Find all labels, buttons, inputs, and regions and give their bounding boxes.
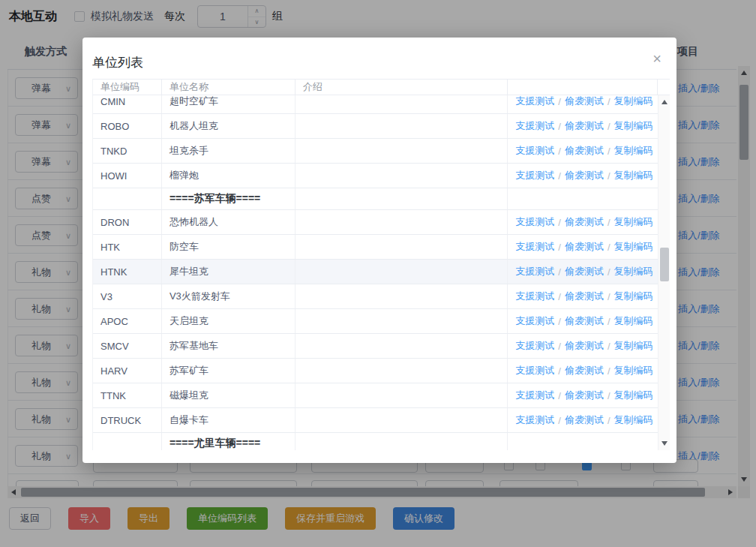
support-test-link[interactable]: 支援测试 xyxy=(515,215,554,229)
support-test-link[interactable]: 支援测试 xyxy=(515,339,554,353)
unit-name-cell: 超时空矿车 xyxy=(162,95,296,113)
sneak-attack-test-link[interactable]: 偷袭测试 xyxy=(565,144,604,158)
unit-code-cell: CMIN xyxy=(93,95,162,113)
action-separator: / xyxy=(558,316,561,327)
unit-intro-cell xyxy=(296,359,508,383)
support-test-link[interactable]: 支援测试 xyxy=(515,413,554,427)
unit-intro-cell xyxy=(296,188,508,209)
unit-row: APOC天启坦克支援测试/偷袭测试/复制编码 xyxy=(93,309,658,334)
copy-code-link[interactable]: 复制编码 xyxy=(614,144,653,158)
unit-row: DRON恐怖机器人支援测试/偷袭测试/复制编码 xyxy=(93,210,658,235)
copy-code-link[interactable]: 复制编码 xyxy=(614,119,653,133)
action-cell xyxy=(508,188,658,209)
sneak-attack-test-link[interactable]: 偷袭测试 xyxy=(565,339,604,353)
support-test-link[interactable]: 支援测试 xyxy=(515,389,554,402)
unit-intro-cell xyxy=(296,309,508,333)
unit-code-cell: HARV xyxy=(93,359,162,383)
action-separator: / xyxy=(608,291,610,302)
unit-row: TNKD坦克杀手支援测试/偷袭测试/复制编码 xyxy=(93,139,658,164)
table-scroll-thumb[interactable] xyxy=(660,248,669,281)
support-test-link[interactable]: 支援测试 xyxy=(515,169,554,182)
unit-code-cell: TTNK xyxy=(93,383,162,407)
copy-code-link[interactable]: 复制编码 xyxy=(614,265,653,278)
unit-row: TTNK磁爆坦克支援测试/偷袭测试/复制编码 xyxy=(93,383,658,408)
support-test-link[interactable]: 支援测试 xyxy=(515,144,554,158)
unit-row: V3V3火箭发射车支援测试/偷袭测试/复制编码 xyxy=(93,284,658,309)
header-scrollbar-gutter xyxy=(658,80,670,95)
sneak-attack-test-link[interactable]: 偷袭测试 xyxy=(565,290,604,303)
sneak-attack-test-link[interactable]: 偷袭测试 xyxy=(565,314,604,328)
unit-name-cell: 苏军基地车 xyxy=(162,334,296,358)
action-separator: / xyxy=(558,365,561,377)
unit-row: HOWI榴弹炮支援测试/偷袭测试/复制编码 xyxy=(93,164,658,188)
unit-code-cell: DTRUCK xyxy=(93,408,162,432)
copy-code-link[interactable]: 复制编码 xyxy=(614,169,653,182)
table-vertical-scrollbar[interactable] xyxy=(658,95,670,450)
unit-name-cell: V3火箭发射车 xyxy=(162,284,296,308)
action-separator: / xyxy=(558,242,561,253)
action-separator: / xyxy=(558,96,561,107)
unit-code-cell: APOC xyxy=(93,309,162,333)
unit-name-cell: 榴弹炮 xyxy=(162,164,296,188)
action-separator: / xyxy=(608,146,610,157)
unit-name-cell: 自爆卡车 xyxy=(162,408,296,432)
sneak-attack-test-link[interactable]: 偷袭测试 xyxy=(565,119,604,133)
action-separator: / xyxy=(608,217,610,228)
copy-code-link[interactable]: 复制编码 xyxy=(614,389,653,402)
sneak-attack-test-link[interactable]: 偷袭测试 xyxy=(565,240,604,254)
table-header-row: 单位编码 单位名称 介绍 xyxy=(92,79,670,95)
unit-code-cell xyxy=(93,188,162,209)
copy-code-link[interactable]: 复制编码 xyxy=(614,339,653,353)
support-test-link[interactable]: 支援测试 xyxy=(515,240,554,254)
copy-code-link[interactable]: 复制编码 xyxy=(614,413,653,427)
action-separator: / xyxy=(608,170,610,182)
action-cell: 支援测试/偷袭测试/复制编码 xyxy=(508,164,658,188)
unit-code-cell: V3 xyxy=(93,284,162,308)
unit-intro-cell xyxy=(296,383,508,407)
support-test-link[interactable]: 支援测试 xyxy=(515,95,554,108)
copy-code-link[interactable]: 复制编码 xyxy=(614,95,653,108)
copy-code-link[interactable]: 复制编码 xyxy=(614,364,653,377)
copy-code-link[interactable]: 复制编码 xyxy=(614,240,653,254)
sneak-attack-test-link[interactable]: 偷袭测试 xyxy=(565,169,604,182)
sneak-attack-test-link[interactable]: 偷袭测试 xyxy=(565,95,604,108)
sneak-attack-test-link[interactable]: 偷袭测试 xyxy=(565,265,604,278)
action-cell: 支援测试/偷袭测试/复制编码 xyxy=(508,139,658,163)
action-separator: / xyxy=(558,217,561,228)
unit-code-cell: DRON xyxy=(93,210,162,234)
unit-name-cell: 机器人坦克 xyxy=(162,114,296,138)
sneak-attack-test-link[interactable]: 偷袭测试 xyxy=(565,413,604,427)
action-separator: / xyxy=(558,291,561,302)
action-separator: / xyxy=(608,341,610,352)
support-test-link[interactable]: 支援测试 xyxy=(515,119,554,133)
action-separator: / xyxy=(558,341,561,352)
support-test-link[interactable]: 支援测试 xyxy=(515,364,554,377)
unit-code-cell: ROBO xyxy=(93,114,162,138)
action-cell: 支援测试/偷袭测试/复制编码 xyxy=(508,359,658,383)
unit-intro-cell xyxy=(296,164,508,188)
sneak-attack-test-link[interactable]: 偷袭测试 xyxy=(565,215,604,229)
action-cell xyxy=(508,433,658,450)
header-unit-code: 单位编码 xyxy=(93,80,162,95)
copy-code-link[interactable]: 复制编码 xyxy=(614,314,653,328)
copy-code-link[interactable]: 复制编码 xyxy=(614,290,653,303)
support-test-link[interactable]: 支援测试 xyxy=(515,314,554,328)
sneak-attack-test-link[interactable]: 偷袭测试 xyxy=(565,364,604,377)
action-cell: 支援测试/偷袭测试/复制编码 xyxy=(508,235,658,259)
action-separator: / xyxy=(608,415,610,426)
copy-code-link[interactable]: 复制编码 xyxy=(614,215,653,229)
unit-intro-cell xyxy=(296,95,508,113)
table-scroll-up-icon[interactable] xyxy=(662,100,668,104)
unit-name-cell: ====苏军车辆==== xyxy=(162,188,296,209)
action-separator: / xyxy=(558,266,561,278)
support-test-link[interactable]: 支援测试 xyxy=(515,290,554,303)
unit-intro-cell xyxy=(296,260,508,284)
unit-code-cell xyxy=(93,433,162,450)
close-icon[interactable]: × xyxy=(652,51,662,66)
unit-row: HTNK犀牛坦克支援测试/偷袭测试/复制编码 xyxy=(93,260,658,284)
action-cell: 支援测试/偷袭测试/复制编码 xyxy=(508,284,658,308)
support-test-link[interactable]: 支援测试 xyxy=(515,265,554,278)
header-unit-name: 单位名称 xyxy=(162,80,296,95)
sneak-attack-test-link[interactable]: 偷袭测试 xyxy=(565,389,604,402)
table-scroll-down-icon[interactable] xyxy=(662,441,668,446)
